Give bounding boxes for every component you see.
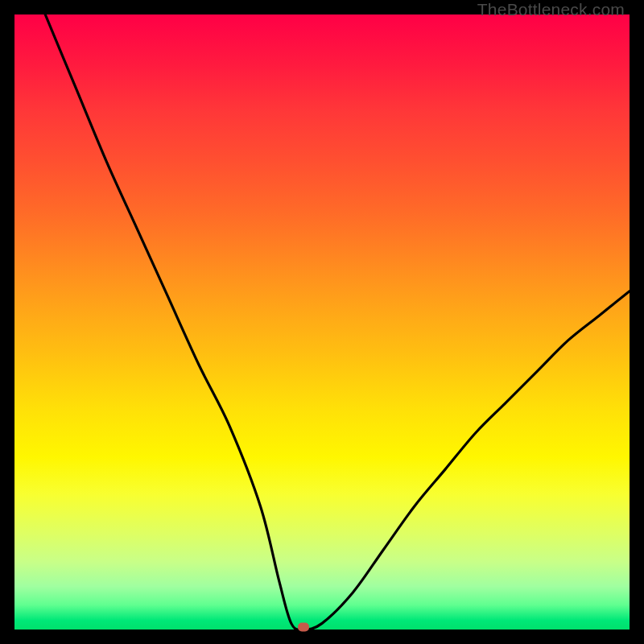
bottleneck-curve	[14, 14, 630, 630]
watermark-text: TheBottleneck.com	[477, 0, 625, 19]
optimal-point-marker	[298, 623, 309, 632]
